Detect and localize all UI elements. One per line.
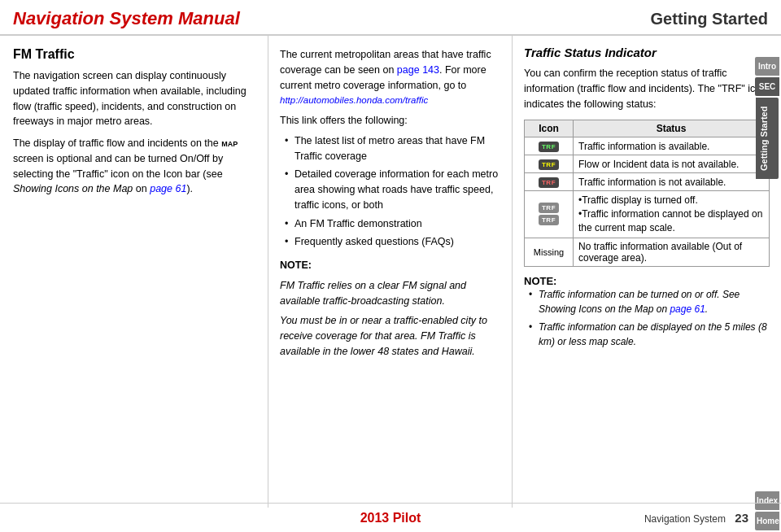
footer-right: Navigation System 23: [644, 511, 748, 525]
icon-cell-1: TRF: [525, 137, 574, 155]
trf-double-icon: TRF TRF: [530, 203, 568, 225]
mid-intro: The current metropolitan areas that have…: [280, 47, 500, 108]
table-row: TRF Traffic information is available.: [525, 137, 770, 155]
icon-cell-3: TRF: [525, 173, 574, 191]
right-note-item-2: Traffic information can be displayed on …: [527, 320, 770, 349]
page-footer: 2013 Pilot Navigation System 23: [0, 503, 781, 532]
bullet-item-2: Detailed coverage information for each m…: [283, 167, 500, 212]
trf-green-icon: TRF: [539, 142, 559, 152]
right-sidebar: Intro SEC Getting Started Index Home: [753, 0, 781, 532]
page-header: Navigation System Manual Getting Started: [0, 0, 781, 36]
traffic-status-heading: Traffic Status Indicator: [524, 46, 770, 59]
left-column: FM Traffic The navigation screen can dis…: [0, 36, 268, 508]
mid-bullet-list: The latest list of metro areas that have…: [280, 133, 500, 250]
icon-cell-missing: Missing: [525, 238, 574, 266]
status-cell-2: Flow or Incident data is not available.: [574, 155, 770, 173]
col-icon-header: Icon: [525, 120, 574, 137]
map-label: map: [221, 137, 238, 149]
footer-page-number: 23: [735, 511, 748, 525]
para2-end: screen is optional and can be turned On/…: [13, 153, 223, 180]
fm-traffic-para1: The navigation screen can display contin…: [13, 68, 255, 129]
note1: FM Traffic relies on a clear FM signal a…: [280, 278, 500, 309]
section-title: Getting Started: [651, 10, 768, 28]
right-note-section: NOTE: Traffic information can be turned …: [524, 275, 770, 349]
fm-traffic-para2: The display of traffic flow and incident…: [13, 136, 255, 197]
trf-yellow-icon: TRF: [539, 159, 559, 170]
table-row: TRF Traffic information is not available…: [525, 173, 770, 191]
icon-cell-4: TRF TRF: [525, 191, 574, 238]
right-note-list: Traffic information can be turned on or …: [524, 287, 770, 349]
status-cell-4: •Traffic display is turned off.•Traffic …: [574, 191, 770, 238]
traffic-intro: You can confirm the reception status of …: [524, 66, 770, 111]
bullet-item-3: An FM Traffic demonstration: [283, 216, 500, 232]
right-column: Traffic Status Indicator You can confirm…: [513, 36, 781, 508]
bullet-item-4: Frequently asked questions (FAQs): [283, 234, 500, 250]
right-note-heading: NOTE:: [524, 275, 556, 287]
page-title: Navigation System Manual: [13, 8, 240, 29]
table-row: Missing No traffic information available…: [525, 238, 770, 266]
col-status-header: Status: [574, 120, 770, 137]
status-table: Icon Status TRF Traffic information is a…: [524, 120, 770, 266]
trf-red-icon: TRF: [539, 177, 559, 188]
page143-link[interactable]: page 143: [397, 64, 439, 76]
fm-traffic-heading: FM Traffic: [13, 47, 255, 62]
mid-url-end: This link offers the following:: [280, 113, 500, 129]
mid-column: The current metropolitan areas that have…: [268, 36, 513, 508]
main-content: FM Traffic The navigation screen can dis…: [0, 36, 781, 508]
para2-start: The display of traffic flow and incident…: [13, 137, 221, 149]
table-row: TRF Flow or Incident data is not availab…: [525, 155, 770, 173]
note2: You must be in or near a traffic-enabled…: [280, 313, 500, 359]
sidebar-item-intro[interactable]: Intro: [755, 57, 779, 76]
right-note-item-1: Traffic information can be turned on or …: [527, 287, 770, 316]
footer-nav-label: Navigation System: [644, 513, 726, 525]
sidebar-item-getting-started[interactable]: Getting Started: [756, 98, 779, 179]
page61-link[interactable]: page 61: [150, 183, 186, 194]
table-row: TRF TRF •Traffic display is turned off.•…: [525, 191, 770, 238]
note-page61-link[interactable]: page 61: [670, 303, 705, 315]
icon-cell-2: TRF: [525, 155, 574, 173]
sidebar-item-sec[interactable]: SEC: [755, 77, 779, 96]
bullet-item-1: The latest list of metro areas that have…: [283, 133, 500, 164]
status-cell-missing: No traffic information available (Out of…: [574, 238, 770, 266]
note-heading: NOTE:: [280, 258, 500, 273]
footer-title: 2013 Pilot: [360, 511, 421, 525]
status-cell-1: Traffic information is available.: [574, 137, 770, 155]
url-link: http://automobiles.honda.com/traffic: [280, 95, 428, 105]
status-cell-3: Traffic information is not available.: [574, 173, 770, 191]
para2-close: ).: [186, 183, 193, 194]
para2-italic: Showing Icons on the Map: [13, 183, 133, 194]
